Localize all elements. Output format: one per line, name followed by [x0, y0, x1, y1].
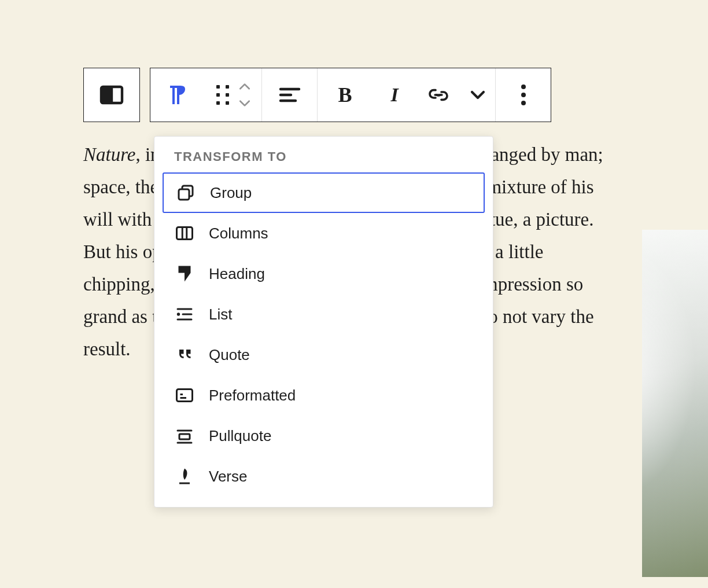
select-parent-button[interactable]: [84, 68, 139, 122]
svg-point-7: [521, 84, 526, 89]
block-toolbar: B I: [83, 68, 551, 122]
svg-rect-18: [177, 389, 193, 402]
quote-icon: [174, 344, 195, 365]
transform-item-group[interactable]: Group: [163, 172, 485, 213]
align-button[interactable]: [261, 68, 317, 122]
paragraph-icon: [164, 81, 192, 109]
toolbar-main-group: B I: [150, 68, 551, 122]
align-left-icon: [276, 81, 304, 109]
italic-word: Nature: [83, 144, 135, 165]
drag-icon: [216, 85, 229, 105]
svg-point-9: [521, 101, 526, 105]
transform-item-columns[interactable]: Columns: [163, 213, 485, 253]
columns-icon: [98, 81, 126, 109]
chevron-down-icon: [466, 83, 489, 106]
link-icon: [427, 83, 450, 106]
link-button[interactable]: [416, 68, 460, 122]
italic-button[interactable]: I: [373, 68, 416, 122]
columns-icon: [174, 223, 195, 244]
transform-item-preformatted[interactable]: Preformatted: [163, 375, 485, 416]
popover-title: Transform to: [163, 149, 485, 172]
menu-label: Quote: [209, 346, 250, 364]
verse-icon: [174, 466, 195, 487]
pullquote-icon: [174, 425, 195, 446]
svg-point-15: [177, 313, 180, 315]
italic-icon: I: [390, 84, 398, 106]
transform-item-verse[interactable]: Verse: [163, 456, 485, 497]
menu-label: Columns: [209, 225, 268, 242]
transform-item-heading[interactable]: Heading: [163, 253, 485, 294]
svg-rect-11: [177, 227, 193, 240]
svg-point-8: [521, 93, 526, 97]
options-button[interactable]: [495, 68, 551, 122]
svg-rect-2: [101, 87, 112, 103]
menu-label: Verse: [209, 468, 248, 486]
bold-button[interactable]: B: [317, 68, 373, 122]
list-icon: [174, 304, 195, 325]
menu-label: Heading: [209, 265, 265, 283]
menu-label: List: [209, 306, 232, 324]
move-handle[interactable]: [206, 68, 261, 122]
group-icon: [175, 182, 196, 203]
transform-popover: Transform to Group Columns Heading List …: [154, 136, 493, 508]
toolbar-parent-group: [83, 68, 140, 122]
move-arrows-icon: [238, 83, 251, 107]
menu-label: Preformatted: [209, 387, 296, 405]
svg-rect-10: [179, 189, 189, 200]
bold-icon: B: [338, 83, 352, 107]
transform-item-list[interactable]: List: [163, 294, 485, 335]
preformatted-icon: [174, 385, 195, 406]
transform-item-pullquote[interactable]: Pullquote: [163, 416, 485, 456]
heading-icon: [174, 263, 195, 284]
more-vertical-icon: [510, 81, 537, 109]
svg-rect-22: [179, 434, 190, 439]
menu-label: Pullquote: [209, 427, 271, 445]
more-rich-text-button[interactable]: [460, 68, 495, 122]
block-type-button[interactable]: [150, 68, 206, 122]
side-image: [642, 230, 708, 577]
transform-item-quote[interactable]: Quote: [163, 335, 485, 375]
menu-label: Group: [210, 184, 252, 202]
